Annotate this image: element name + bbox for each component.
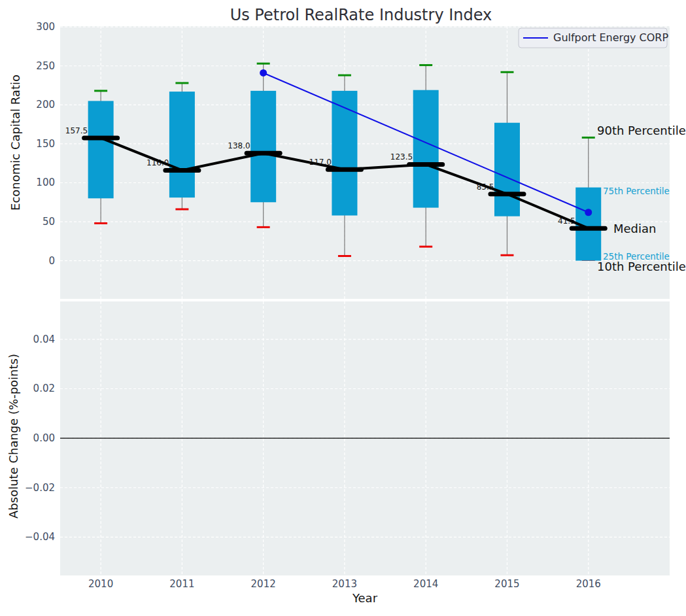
median-value-label-2010: 157.5 <box>65 126 88 135</box>
median-bar-2010 <box>82 135 120 140</box>
median-value-label-2016: 41.5 <box>558 216 575 226</box>
chart-title: Us Petrol RealRate Industry Index <box>230 6 492 24</box>
x-tick-label: 2014 <box>413 578 438 590</box>
x-axis-label: Year <box>352 591 378 605</box>
median-value-label-2015: 85.5 <box>477 182 494 192</box>
annotation-75th-percentile: 75th Percentile <box>603 186 670 196</box>
bottom-y-tick-label: 0.00 <box>33 432 55 444</box>
x-tick-label: 2011 <box>169 578 194 590</box>
iqr-box-2013 <box>332 91 357 216</box>
iqr-box-2010 <box>88 101 114 198</box>
top-y-tick-label: 150 <box>36 138 55 150</box>
annotation-10th-percentile: 10th Percentile <box>597 260 686 273</box>
x-tick-label: 2015 <box>494 578 519 590</box>
company-series-marker-2012 <box>260 69 267 77</box>
top-y-tick-label: 250 <box>36 60 55 72</box>
top-y-tick-label: 200 <box>36 99 55 111</box>
iqr-box-2014 <box>413 90 439 208</box>
top-y-tick-label: 100 <box>36 177 55 188</box>
median-bar-2013 <box>326 167 364 172</box>
annotation-90th-percentile: 90th Percentile <box>597 124 686 137</box>
median-bar-2011 <box>163 168 201 173</box>
top-y-tick-label: 0 <box>48 255 55 267</box>
x-tick-label: 2012 <box>251 578 276 590</box>
panel-backgrounds <box>60 26 670 575</box>
chart-svg: 157.5116.0138.0117.0123.585.541.5 050100… <box>0 0 686 616</box>
median-bar-2014 <box>407 162 445 167</box>
bottom-y-axis-label: Absolute Change (%-points) <box>7 354 20 519</box>
x-tick-label: 2013 <box>332 578 357 590</box>
annotation-median: Median <box>613 222 656 235</box>
top-y-axis-label: Economic Capital Ratio <box>9 75 22 211</box>
median-value-label-2012: 138.0 <box>228 141 250 150</box>
median-bar-2015 <box>488 192 526 196</box>
top-y-tick-label: 300 <box>36 21 55 33</box>
company-series-marker-2016 <box>585 209 592 216</box>
median-value-label-2014: 123.5 <box>390 152 413 162</box>
top-y-tick-label: 50 <box>43 216 55 228</box>
iqr-box-2015 <box>494 123 520 216</box>
bottom-y-tick-label: −0.02 <box>25 482 55 494</box>
bottom-y-tick-label: 0.04 <box>33 334 55 345</box>
x-tick-label: 2010 <box>88 578 113 590</box>
median-bar-2012 <box>245 151 283 156</box>
legend: Gulfport Energy CORP <box>519 28 668 48</box>
x-tick-label: 2016 <box>576 578 601 590</box>
bottom-y-tick-label: 0.02 <box>33 383 55 394</box>
median-bar-2016 <box>570 226 608 231</box>
figure-canvas: 157.5116.0138.0117.0123.585.541.5 050100… <box>0 0 686 616</box>
iqr-box-2011 <box>169 92 195 197</box>
iqr-box-2012 <box>250 91 276 202</box>
legend-entry-label: Gulfport Energy CORP <box>553 31 668 44</box>
median-value-label-2011: 116.0 <box>146 158 169 167</box>
median-value-label-2013: 117.0 <box>309 158 332 167</box>
bottom-y-tick-label: −0.04 <box>25 531 55 543</box>
